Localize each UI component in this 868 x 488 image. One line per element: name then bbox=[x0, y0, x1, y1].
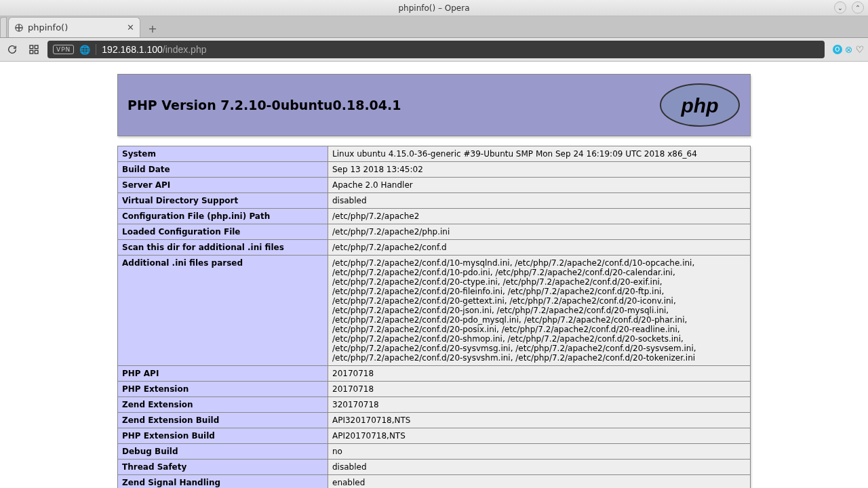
svg-rect-3 bbox=[30, 45, 33, 49]
config-value: 20170718 bbox=[328, 382, 751, 397]
svg-rect-5 bbox=[30, 50, 33, 54]
heart-icon[interactable]: ♡ bbox=[855, 44, 864, 55]
url-separator bbox=[96, 44, 96, 55]
ad-blocker-badge[interactable]: O bbox=[833, 45, 842, 54]
config-key: Build Date bbox=[118, 162, 328, 178]
window-maximize-button[interactable]: ⌃ bbox=[852, 1, 864, 14]
config-value: disabled bbox=[328, 193, 751, 209]
table-row: Build DateSep 13 2018 13:45:02 bbox=[118, 162, 751, 178]
config-value: /etc/php/7.2/apache2 bbox=[328, 209, 751, 224]
config-key: Zend Extension bbox=[118, 397, 328, 413]
config-value: no bbox=[328, 444, 751, 460]
config-key: Zend Extension Build bbox=[118, 413, 328, 428]
vpn-badge[interactable]: VPN bbox=[53, 45, 74, 54]
table-row: Loaded Configuration File/etc/php/7.2/ap… bbox=[118, 224, 751, 240]
new-tab-button[interactable]: + bbox=[143, 20, 162, 37]
url-text: 192.168.1.100/index.php bbox=[102, 44, 206, 55]
tab-title: phpinfo() bbox=[28, 22, 123, 33]
config-value: Apache 2.0 Handler bbox=[328, 178, 751, 193]
config-key: PHP Extension bbox=[118, 382, 328, 397]
config-key: Loaded Configuration File bbox=[118, 224, 328, 240]
site-info-icon[interactable]: 🌐 bbox=[79, 45, 90, 55]
url-path: /index.php bbox=[163, 44, 207, 55]
config-value: disabled bbox=[328, 460, 751, 475]
config-key: Server API bbox=[118, 178, 328, 193]
table-row: Thread Safetydisabled bbox=[118, 460, 751, 475]
table-row: Server APIApache 2.0 Handler bbox=[118, 178, 751, 193]
chevron-down-icon: ⌄ bbox=[837, 4, 843, 12]
config-value: enabled bbox=[328, 475, 751, 489]
window-minimize-button[interactable]: ⌄ bbox=[834, 1, 846, 14]
config-value: /etc/php/7.2/apache2/conf.d/10-mysqlnd.i… bbox=[328, 256, 751, 366]
config-value: /etc/php/7.2/apache2/php.ini bbox=[328, 224, 751, 240]
window-title: phpinfo() – Opera bbox=[398, 3, 469, 13]
config-key: Additional .ini files parsed bbox=[118, 256, 328, 366]
table-row: PHP Extension20170718 bbox=[118, 382, 751, 397]
phpinfo-table: SystemLinux ubuntu 4.15.0-36-generic #39… bbox=[117, 146, 751, 488]
plus-icon: + bbox=[148, 22, 157, 35]
tab-overflow-stub[interactable] bbox=[0, 17, 7, 37]
table-row: Debug Buildno bbox=[118, 444, 751, 460]
svg-rect-6 bbox=[35, 50, 38, 54]
table-row: Zend Extension BuildAPI320170718,NTS bbox=[118, 413, 751, 428]
config-value: Sep 13 2018 13:45:02 bbox=[328, 162, 751, 178]
tab-close-button[interactable]: ✕ bbox=[127, 22, 134, 33]
config-key: Scan this dir for additional .ini files bbox=[118, 240, 328, 256]
addressbar-right: O ⊗ ♡ bbox=[833, 44, 864, 55]
config-value: Linux ubuntu 4.15.0-36-generic #39-Ubunt… bbox=[328, 146, 751, 162]
table-row: Zend Signal Handlingenabled bbox=[118, 475, 751, 489]
table-row: PHP Extension BuildAPI20170718,NTS bbox=[118, 428, 751, 444]
config-value: 20170718 bbox=[328, 366, 751, 382]
window-titlebar: phpinfo() – Opera ⌄ ⌃ bbox=[0, 0, 868, 16]
phpinfo-header: PHP Version 7.2.10-0ubuntu0.18.04.1 php bbox=[117, 74, 751, 136]
speed-dial-button[interactable] bbox=[26, 41, 42, 58]
php-version-heading: PHP Version 7.2.10-0ubuntu0.18.04.1 bbox=[127, 98, 401, 113]
table-row: Zend Extension320170718 bbox=[118, 397, 751, 413]
config-value: 320170718 bbox=[328, 397, 751, 413]
blocked-close-icon[interactable]: ⊗ bbox=[845, 44, 853, 55]
config-key: Thread Safety bbox=[118, 460, 328, 475]
phpinfo-content: PHP Version 7.2.10-0ubuntu0.18.04.1 php … bbox=[117, 74, 751, 488]
config-key: PHP Extension Build bbox=[118, 428, 328, 444]
svg-text:php: php bbox=[681, 94, 719, 117]
svg-rect-4 bbox=[35, 45, 38, 49]
svg-rect-1 bbox=[18, 24, 20, 31]
reload-button[interactable] bbox=[4, 41, 20, 58]
config-key: Debug Build bbox=[118, 444, 328, 460]
browser-tab[interactable]: phpinfo() ✕ bbox=[8, 17, 140, 37]
chevron-up-icon: ⌃ bbox=[855, 4, 861, 12]
page-viewport[interactable]: PHP Version 7.2.10-0ubuntu0.18.04.1 php … bbox=[0, 62, 868, 488]
table-row: Scan this dir for additional .ini files/… bbox=[118, 240, 751, 256]
config-key: Configuration File (php.ini) Path bbox=[118, 209, 328, 224]
reload-icon bbox=[7, 44, 18, 55]
config-value: API20170718,NTS bbox=[328, 428, 751, 444]
tab-favicon-icon bbox=[14, 23, 24, 33]
table-row: SystemLinux ubuntu 4.15.0-36-generic #39… bbox=[118, 146, 751, 162]
url-host: 192.168.1.100 bbox=[102, 44, 163, 55]
tab-strip: phpinfo() ✕ + bbox=[0, 16, 868, 38]
php-logo-icon: php bbox=[659, 83, 741, 127]
config-key: System bbox=[118, 146, 328, 162]
config-value: API320170718,NTS bbox=[328, 413, 751, 428]
address-bar: VPN 🌐 192.168.1.100/index.php O ⊗ ♡ bbox=[0, 38, 868, 62]
config-key: Virtual Directory Support bbox=[118, 193, 328, 209]
table-row: Additional .ini files parsed/etc/php/7.2… bbox=[118, 256, 751, 366]
table-row: Configuration File (php.ini) Path/etc/ph… bbox=[118, 209, 751, 224]
table-row: Virtual Directory Supportdisabled bbox=[118, 193, 751, 209]
grid-icon bbox=[28, 44, 39, 55]
config-value: /etc/php/7.2/apache2/conf.d bbox=[328, 240, 751, 256]
config-key: Zend Signal Handling bbox=[118, 475, 328, 489]
url-field[interactable]: VPN 🌐 192.168.1.100/index.php bbox=[47, 41, 825, 58]
config-key: PHP API bbox=[118, 366, 328, 382]
table-row: PHP API20170718 bbox=[118, 366, 751, 382]
